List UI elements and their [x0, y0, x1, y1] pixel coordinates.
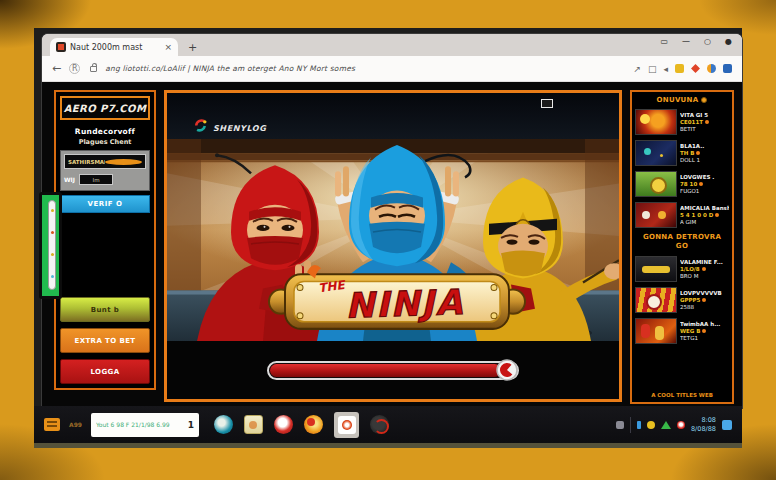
sidebar-toggle-icon[interactable]: ◂	[663, 64, 668, 74]
sidebar-heading: Rundecorvoff	[60, 127, 150, 136]
game-thumbnail[interactable]	[635, 171, 677, 197]
desktop: Naut 2000m mast × + ▭ — ○ ● ← R ang liot…	[34, 28, 742, 448]
start-label: A99	[69, 421, 82, 428]
lock-icon[interactable]	[90, 66, 97, 72]
dot-icon	[699, 182, 703, 186]
tray-icon[interactable]	[677, 421, 685, 429]
notification-icon[interactable]	[722, 420, 732, 430]
browser-tab[interactable]: Naut 2000m mast ×	[50, 38, 178, 56]
browser-toolbar: ← R ang liototti.co/LoAlif | NINJA the a…	[42, 56, 742, 82]
play-button[interactable]: Bunt b	[60, 297, 150, 322]
game-thumbnail[interactable]	[635, 256, 677, 282]
page-content: AERO P7.COM Rundecorvoff Plagues Chent S…	[42, 82, 742, 408]
tab-close-icon[interactable]: ×	[164, 43, 172, 52]
game-title: NINJA	[345, 282, 465, 326]
mini-field-label: WIJ	[64, 176, 75, 183]
fullscreen-icon[interactable]	[541, 99, 553, 108]
tab-favicon-icon	[56, 42, 66, 52]
game-list-item[interactable]: TwimbAA h... WEG B TETG1	[635, 318, 729, 344]
loading-area	[167, 341, 619, 399]
game-thumbnail[interactable]	[635, 318, 677, 344]
tray-icon[interactable]	[661, 421, 671, 429]
loading-progress-bar	[267, 361, 519, 380]
maximize-icon[interactable]: ○	[704, 37, 711, 46]
app-icon-teal[interactable]	[214, 415, 233, 434]
tray-icon[interactable]	[647, 421, 655, 429]
extension-icon[interactable]	[707, 64, 716, 73]
progress-spinner-icon	[495, 358, 519, 382]
app-icon-red[interactable]	[274, 415, 293, 434]
game-thumbnail[interactable]	[635, 202, 677, 228]
game-thumbnail[interactable]	[635, 140, 677, 166]
game-title-banner: THE NINJA	[259, 265, 535, 329]
extra-bet-button[interactable]: EXTRA TO BET	[60, 328, 150, 353]
site-logo[interactable]: AERO P7.COM	[60, 96, 150, 120]
provider-name: SHENYLOG	[213, 124, 266, 133]
dot-icon	[702, 329, 706, 333]
extension-icon[interactable]	[691, 64, 700, 73]
system-tray: 8:08 8/08/88	[616, 416, 732, 433]
game-list-item[interactable]: VALAMINE F... 1/LO/8 BRO M	[635, 256, 729, 282]
side-feedback-tab[interactable]	[39, 192, 62, 299]
login-panel: SATHIRSMALLHE WIJ Im	[60, 150, 150, 191]
games-list-heading: ONUVUNA	[635, 96, 729, 104]
second-list-heading: GONNA DETROVRA GO	[635, 233, 729, 251]
dot-icon	[705, 120, 709, 124]
sidebar-footer-link[interactable]: A COOL TITLES WEB	[635, 388, 729, 398]
extension-icon[interactable]	[675, 64, 684, 73]
verify-button[interactable]: VERIF O	[60, 195, 150, 213]
window-glyph-icon[interactable]: □	[648, 64, 657, 74]
close-icon[interactable]: ●	[725, 37, 732, 46]
browser-tab-bar: Naut 2000m mast × + ▭ — ○ ●	[42, 34, 742, 56]
toolbar-actions: ↗ □ ◂	[633, 64, 732, 74]
restore-icon[interactable]: ▭	[660, 37, 668, 46]
right-sidebar: ONUVUNA VITA GI 5 CE011T BETIT BLA1A..	[630, 90, 734, 404]
username-field[interactable]: SATHIRSMALLHE	[64, 154, 146, 169]
dot-icon	[702, 298, 706, 302]
provider-logo-icon	[193, 118, 208, 133]
game-list-item[interactable]: LOVPVVVVVB GPPP5 2588	[635, 287, 729, 313]
game-list-item[interactable]: AMICALIA Banshil 5 4 1 0 0 D A GIM	[635, 202, 729, 228]
tray-icon[interactable]	[616, 421, 624, 429]
game-thumbnail[interactable]	[635, 109, 677, 135]
share-icon[interactable]: ↗	[633, 64, 641, 74]
progress-fill	[270, 364, 501, 377]
firefox-icon[interactable]	[304, 415, 323, 434]
window-controls: ▭ — ○ ●	[660, 37, 732, 46]
field-dot-icon	[105, 159, 142, 165]
reader-badge-icon[interactable]: R	[69, 63, 80, 74]
game-list-item[interactable]: LOVGWES . 78 10 FUGO1	[635, 171, 729, 197]
side-tab-handle[interactable]	[48, 200, 56, 290]
dot-icon	[696, 151, 700, 155]
left-sidebar: AERO P7.COM Rundecorvoff Plagues Chent S…	[54, 90, 156, 390]
login-button[interactable]: LOGGA	[60, 359, 150, 384]
game-list-item[interactable]: VITA GI 5 CE011T BETIT	[635, 109, 729, 135]
taskbar-search-input[interactable]: Yout 6 98 F 21/1/98 6.99 1	[91, 413, 199, 437]
address-bar[interactable]: ang liototti.co/LoAlif | NINJA the am ot…	[105, 64, 625, 73]
start-button-icon[interactable]	[44, 418, 60, 431]
minimize-icon[interactable]: —	[682, 37, 690, 46]
active-browser-icon[interactable]	[334, 412, 359, 438]
tab-title: Naut 2000m mast	[70, 43, 160, 52]
pinned-apps	[214, 412, 389, 438]
dot-icon	[702, 267, 706, 271]
game-canvas: THE NINJA	[167, 139, 619, 341]
taskbar-clock[interactable]: 8:08 8/08/88	[691, 416, 716, 433]
sidebar-subheading: Plagues Chent	[60, 138, 150, 146]
game-header: SHENYLOG	[167, 93, 619, 139]
dot-icon	[715, 213, 719, 217]
search-caret: 1	[188, 420, 194, 430]
taskbar: A99 Yout 6 98 F 21/1/98 6.99 1 8:08 8/08…	[34, 406, 742, 443]
extension-icon[interactable]	[723, 64, 732, 73]
game-list-item[interactable]: BLA1A.. TH B DOLL 1	[635, 140, 729, 166]
browser-window: Naut 2000m mast × + ▭ — ○ ● ← R ang liot…	[42, 34, 742, 408]
sidebar-empty-area	[60, 213, 150, 291]
game-frame: SHENYLOG	[164, 90, 622, 402]
new-tab-button[interactable]: +	[188, 41, 197, 56]
app-icon-dark[interactable]	[370, 415, 389, 434]
code-field[interactable]: Im	[79, 174, 113, 185]
game-thumbnail[interactable]	[635, 287, 677, 313]
sticky-note-icon[interactable]	[244, 415, 263, 434]
back-icon[interactable]: ←	[52, 62, 61, 75]
tray-icon[interactable]	[637, 421, 641, 429]
